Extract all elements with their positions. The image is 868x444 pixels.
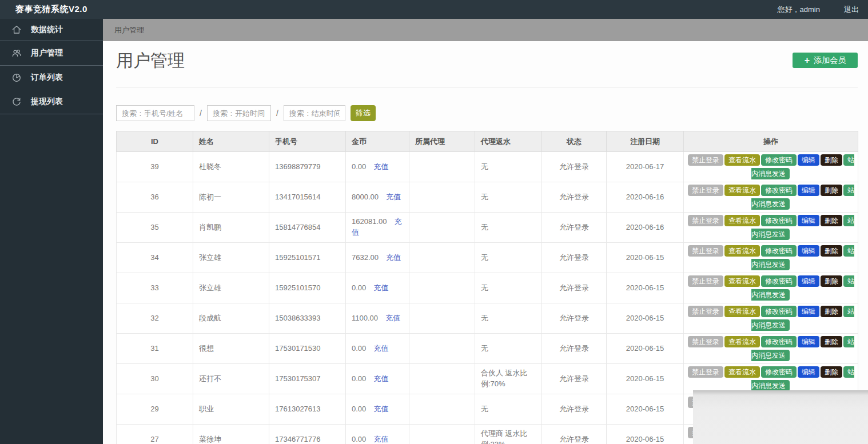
change-password-button[interactable]: 修改密码 — [761, 366, 797, 378]
separator-slash: / — [200, 109, 202, 118]
view-flow-button[interactable]: 查看流水 — [724, 154, 760, 166]
forbid-login-button[interactable]: 禁止登录 — [688, 215, 723, 226]
change-password-button[interactable]: 修改密码 — [761, 336, 797, 347]
gold-value: 1100.00 — [352, 314, 378, 322]
cell-rebate: 无 — [475, 334, 542, 364]
edit-button[interactable]: 编辑 — [798, 275, 819, 287]
delete-button[interactable]: 删除 — [821, 366, 842, 378]
cell-date: 2020-06-15 — [607, 243, 684, 273]
change-password-button[interactable]: 修改密码 — [761, 275, 797, 287]
change-password-button[interactable]: 修改密码 — [761, 154, 797, 166]
view-flow-button[interactable]: 查看流水 — [724, 185, 760, 196]
forbid-login-button[interactable]: 禁止登录 — [688, 154, 723, 166]
cell-id: 33 — [117, 273, 193, 303]
forbid-login-button[interactable]: 禁止登录 — [688, 185, 723, 196]
delete-button[interactable]: 删除 — [821, 275, 842, 287]
cell-status: 允许登录 — [542, 182, 607, 213]
cell-rebate: 无 — [475, 182, 542, 213]
cell-rebate: 无 — [475, 213, 542, 243]
sidebar-item-user-management[interactable]: 用户管理 — [0, 41, 103, 65]
sidebar-item-data-stats[interactable]: 数据统计 — [0, 19, 103, 41]
cell-rebate: 无 — [475, 273, 542, 303]
cell-operations: 禁止登录查看流水修改密码编辑删除站内消息发送 — [684, 273, 858, 303]
cell-name: 张立雄 — [193, 243, 269, 273]
cell-id: 39 — [117, 152, 193, 182]
edit-button[interactable]: 编辑 — [798, 154, 819, 166]
cell-agent — [409, 303, 475, 334]
change-password-button[interactable]: 修改密码 — [761, 306, 797, 317]
cell-agent — [409, 425, 475, 444]
cell-agent — [409, 334, 475, 364]
recharge-link[interactable]: 充值 — [386, 193, 401, 201]
view-flow-button[interactable]: 查看流水 — [724, 245, 760, 257]
view-flow-button[interactable]: 查看流水 — [724, 215, 760, 226]
recharge-link[interactable]: 充值 — [373, 283, 388, 292]
edit-button[interactable]: 编辑 — [798, 366, 819, 378]
filter-button[interactable]: 筛选 — [351, 105, 376, 121]
sidebar-item-label: 用户管理 — [31, 48, 63, 58]
cell-id: 27 — [117, 425, 193, 444]
delete-button[interactable]: 删除 — [821, 215, 842, 226]
recharge-link[interactable]: 充值 — [373, 374, 388, 383]
view-flow-button[interactable]: 查看流水 — [724, 275, 760, 287]
gold-value: 0.00 — [352, 405, 366, 413]
sidebar-item-order-list[interactable]: 订单列表 — [0, 66, 103, 90]
cell-operations: 禁止登录查看流水修改密码编辑删除站内消息发送 — [684, 303, 858, 334]
edit-button[interactable]: 编辑 — [798, 215, 819, 226]
cell-operations: 禁止登录查看流水修改密码编辑删除站内消息发送 — [684, 213, 858, 243]
delete-button[interactable]: 删除 — [821, 336, 842, 347]
add-member-button[interactable]: + 添加会员 — [793, 53, 858, 68]
col-header-phone: 手机号 — [269, 131, 346, 152]
edit-button[interactable]: 编辑 — [798, 245, 819, 257]
change-password-button[interactable]: 修改密码 — [761, 185, 797, 196]
edit-button[interactable]: 编辑 — [798, 185, 819, 196]
edit-button[interactable]: 编辑 — [798, 306, 819, 317]
delete-button[interactable]: 删除 — [821, 306, 842, 317]
change-password-button[interactable]: 修改密码 — [761, 215, 797, 226]
forbid-login-button[interactable]: 禁止登录 — [688, 245, 723, 257]
forbid-login-button[interactable]: 禁止登录 — [688, 306, 723, 317]
recharge-link[interactable]: 充值 — [373, 162, 388, 171]
forbid-login-button[interactable]: 禁止登录 — [688, 366, 723, 378]
gold-value: 162081.00 — [352, 217, 387, 226]
recharge-link[interactable]: 充值 — [373, 435, 388, 443]
cell-operations: 禁止登录查看流水修改密码编辑删除站内消息发送 — [684, 182, 858, 213]
cell-name: 还打不 — [193, 364, 269, 394]
forbid-login-button[interactable]: 禁止登录 — [688, 275, 723, 287]
cell-gold: 0.00充值 — [346, 394, 409, 425]
sidebar-item-withdraw-list[interactable]: 提现列表 — [0, 90, 103, 114]
view-flow-button[interactable]: 查看流水 — [724, 366, 760, 378]
logout-link[interactable]: 退出 — [844, 5, 859, 15]
cell-gold: 8000.00充值 — [346, 182, 409, 213]
gold-value: 0.00 — [352, 283, 366, 292]
cell-phone: 15925101571 — [269, 243, 346, 273]
cell-gold: 0.00充值 — [346, 152, 409, 182]
search-name-input[interactable] — [116, 105, 194, 121]
change-password-button[interactable]: 修改密码 — [761, 245, 797, 257]
recharge-link[interactable]: 充值 — [385, 314, 400, 322]
recharge-link[interactable]: 充值 — [373, 405, 388, 413]
recharge-link[interactable]: 充值 — [373, 344, 388, 353]
sidebar-item-label: 数据统计 — [31, 25, 63, 35]
topbar: 赛事竞猜系统V2.0 您好，admin 退出 — [0, 0, 868, 19]
delete-button[interactable]: 删除 — [821, 185, 842, 196]
delete-button[interactable]: 删除 — [821, 154, 842, 166]
view-flow-button[interactable]: 查看流水 — [724, 336, 760, 347]
sidebar-item-label: 订单列表 — [31, 73, 63, 83]
delete-button[interactable]: 删除 — [821, 245, 842, 257]
separator-slash: / — [276, 109, 278, 118]
col-header-status: 状态 — [542, 131, 607, 152]
home-icon — [11, 24, 22, 35]
table-header-row: ID 姓名 手机号 金币 所属代理 代理返水 状态 注册日期 操作 — [117, 131, 858, 152]
view-flow-button[interactable]: 查看流水 — [724, 306, 760, 317]
col-header-rebate: 代理返水 — [475, 131, 542, 152]
recharge-link[interactable]: 充值 — [386, 253, 401, 262]
table-row: 30 还打不 17530175307 0.00充值 合伙人 返水比例:70% 允… — [117, 364, 858, 394]
cell-phone: 17613027613 — [269, 394, 346, 425]
forbid-login-button[interactable]: 禁止登录 — [688, 336, 723, 347]
search-end-time-input[interactable] — [284, 105, 345, 121]
cell-agent — [409, 152, 475, 182]
cell-date: 2020-06-16 — [607, 182, 684, 213]
search-start-time-input[interactable] — [207, 105, 271, 121]
edit-button[interactable]: 编辑 — [798, 336, 819, 347]
